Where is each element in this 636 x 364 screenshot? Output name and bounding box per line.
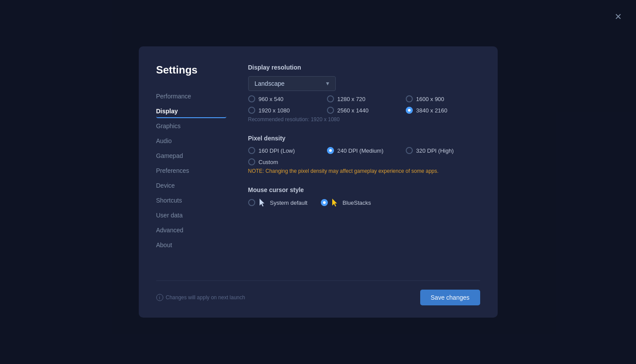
resolution-radio-0[interactable] xyxy=(248,95,255,102)
cursor-option-system[interactable]: System default xyxy=(248,199,308,206)
sidebar-item-graphics[interactable]: Graphics xyxy=(156,119,226,133)
footer: i Changes will apply on next launch Save… xyxy=(139,281,498,318)
sidebar-item-about[interactable]: About xyxy=(156,238,226,252)
dpi-radio-2[interactable] xyxy=(406,147,413,154)
pixel-density-note: NOTE: Changing the pixel density may aff… xyxy=(248,168,485,174)
sidebar-item-performance[interactable]: Performance xyxy=(156,89,226,103)
sidebar-item-audio[interactable]: Audio xyxy=(156,134,226,148)
sidebar-item-device[interactable]: Device xyxy=(156,178,226,192)
resolution-option-3[interactable]: 1920 x 1080 xyxy=(248,107,327,114)
resolution-radio-3[interactable] xyxy=(248,107,255,114)
dpi-radio-1[interactable] xyxy=(327,147,334,154)
cursor-radio-bluestacks[interactable] xyxy=(321,199,328,206)
orientation-dropdown-wrapper: Landscape Portrait ▼ xyxy=(248,76,336,91)
dpi-radio-0[interactable] xyxy=(248,147,255,154)
resolution-option-2[interactable]: 1600 x 900 xyxy=(406,95,485,102)
resolution-option-0[interactable]: 960 x 540 xyxy=(248,95,327,102)
resolution-section: Display resolution Landscape Portrait ▼ … xyxy=(248,64,485,122)
system-cursor-icon xyxy=(259,199,267,206)
info-icon: i xyxy=(156,294,163,301)
resolution-option-1[interactable]: 1280 x 720 xyxy=(327,95,406,102)
pixel-density-title: Pixel density xyxy=(248,135,485,142)
orientation-dropdown[interactable]: Landscape Portrait xyxy=(248,76,336,91)
settings-dialog: Settings Performance Display Graphics Au… xyxy=(139,46,498,318)
resolution-title: Display resolution xyxy=(248,64,485,71)
sidebar-item-user-data[interactable]: User data xyxy=(156,208,226,222)
cursor-radio-system[interactable] xyxy=(248,199,255,206)
main-content: Display resolution Landscape Portrait ▼ … xyxy=(226,64,485,263)
sidebar-item-advanced[interactable]: Advanced xyxy=(156,223,226,237)
pixel-density-section: Pixel density 160 DPI (Low) 240 DPI (Med… xyxy=(248,135,485,174)
recommended-resolution-text: Recommended resolution: 1920 x 1080 xyxy=(248,116,485,122)
cursor-option-bluestacks[interactable]: BlueStacks xyxy=(321,199,371,206)
footer-note: i Changes will apply on next launch xyxy=(156,294,245,301)
resolution-grid: 960 x 540 1280 x 720 1600 x 900 192 xyxy=(248,95,485,114)
sidebar-item-preferences[interactable]: Preferences xyxy=(156,164,226,178)
sidebar-item-gamepad[interactable]: Gamepad xyxy=(156,149,226,163)
sidebar: Settings Performance Display Graphics Au… xyxy=(156,64,226,263)
resolution-option-5[interactable]: 3840 x 2160 xyxy=(406,107,485,114)
footer-note-text: Changes will apply on next launch xyxy=(166,294,245,301)
mouse-cursor-title: Mouse cursor style xyxy=(248,186,485,193)
sidebar-item-display[interactable]: Display xyxy=(156,104,226,118)
dpi-radio-3[interactable] xyxy=(248,158,255,165)
mouse-cursor-section: Mouse cursor style System default xyxy=(248,186,485,206)
dpi-option-2[interactable]: 320 DPI (High) xyxy=(406,147,485,154)
dpi-option-3[interactable]: Custom xyxy=(248,158,327,165)
dpi-option-1[interactable]: 240 DPI (Medium) xyxy=(327,147,406,154)
dpi-option-0[interactable]: 160 DPI (Low) xyxy=(248,147,327,154)
save-changes-button[interactable]: Save changes xyxy=(420,290,480,305)
resolution-option-4[interactable]: 2560 x 1440 xyxy=(327,107,406,114)
resolution-radio-2[interactable] xyxy=(406,95,413,102)
page-title: Settings xyxy=(156,64,226,76)
overlay: ✕ Settings Performance Display Graphics … xyxy=(0,0,636,364)
resolution-radio-5[interactable] xyxy=(406,107,413,114)
bluestacks-cursor-icon xyxy=(331,199,339,206)
resolution-radio-1[interactable] xyxy=(327,95,334,102)
sidebar-item-shortcuts[interactable]: Shortcuts xyxy=(156,193,226,207)
settings-body: Settings Performance Display Graphics Au… xyxy=(139,46,498,263)
resolution-radio-4[interactable] xyxy=(327,107,334,114)
pixel-density-grid: 160 DPI (Low) 240 DPI (Medium) 320 DPI (… xyxy=(248,147,485,165)
close-button[interactable]: ✕ xyxy=(613,10,624,23)
cursor-options-row: System default BlueStacks xyxy=(248,199,485,206)
